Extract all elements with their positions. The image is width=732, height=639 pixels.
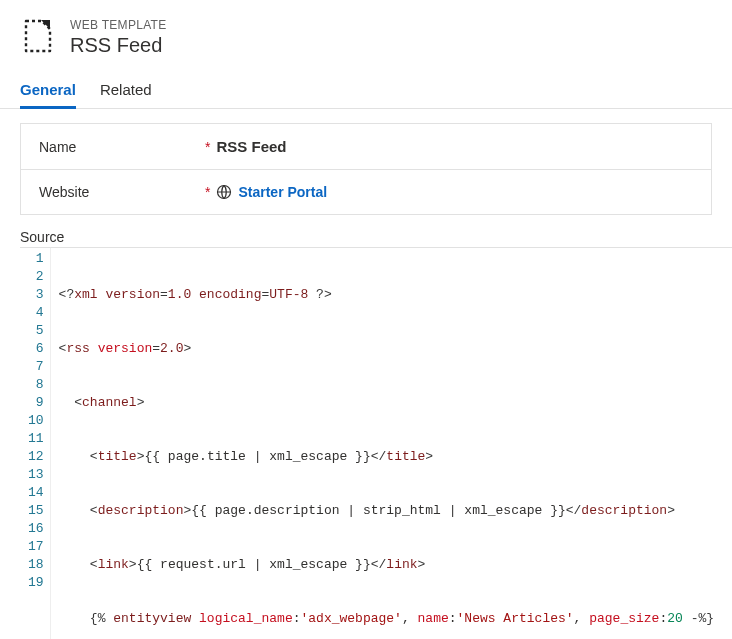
header-title: RSS Feed [70, 34, 167, 57]
tab-related[interactable]: Related [100, 75, 152, 109]
code-gutter: 12345678910111213141516171819 [20, 248, 51, 639]
page-header: WEB TEMPLATE RSS Feed [0, 0, 732, 67]
form-panel: Name * RSS Feed Website * Starter Portal [20, 123, 712, 215]
required-indicator: * [199, 184, 216, 200]
source-label: Source [20, 229, 712, 245]
globe-icon [216, 184, 232, 200]
field-website-row: Website * Starter Portal [21, 170, 711, 215]
code-editor[interactable]: 12345678910111213141516171819 <?xml vers… [20, 247, 732, 639]
code-body[interactable]: <?xml version=1.0 encoding=UTF-8 ?> <rss… [51, 248, 732, 639]
website-label: Website [39, 184, 199, 200]
field-name-row: Name * RSS Feed [21, 124, 711, 170]
header-eyebrow: WEB TEMPLATE [70, 18, 167, 32]
name-label: Name [39, 139, 199, 155]
tab-general[interactable]: General [20, 75, 76, 109]
tab-bar: General Related [0, 67, 732, 109]
name-value[interactable]: RSS Feed [216, 138, 286, 155]
website-link[interactable]: Starter Portal [216, 184, 327, 200]
website-value: Starter Portal [238, 184, 327, 200]
file-icon [20, 18, 56, 54]
required-indicator: * [199, 139, 216, 155]
